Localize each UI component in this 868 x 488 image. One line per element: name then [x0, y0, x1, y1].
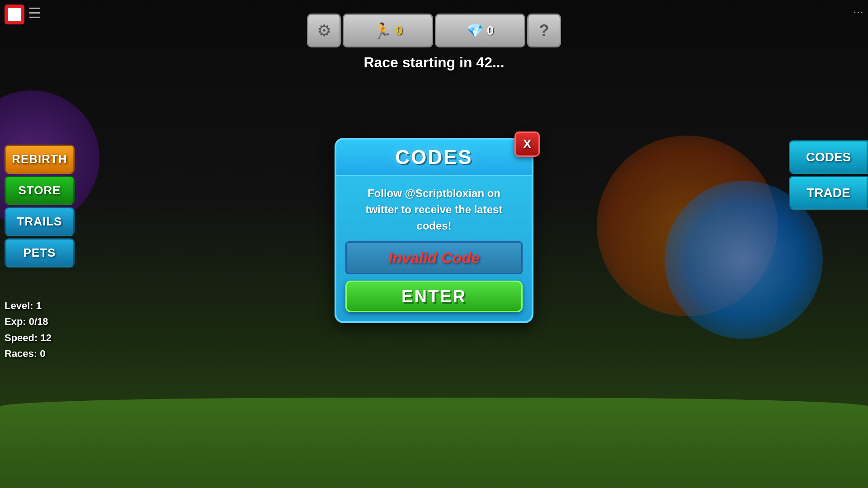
codes-modal-title: CODES [395, 146, 472, 168]
codes-modal: CODES X Follow @Scriptbloxian on twitter… [335, 138, 533, 323]
codes-modal-header: CODES [336, 140, 532, 176]
codes-modal-message: Follow @Scriptbloxian on twitter to rece… [336, 181, 532, 241]
codes-input-area[interactable]: Invalid Code [345, 241, 523, 274]
enter-button-label: ENTER [401, 287, 467, 306]
invalid-code-text: Invalid Code [388, 249, 480, 267]
close-modal-button[interactable]: X [514, 131, 540, 157]
enter-code-button[interactable]: ENTER [345, 281, 523, 312]
modal-overlay: CODES X Follow @Scriptbloxian on twitter… [0, 0, 868, 488]
